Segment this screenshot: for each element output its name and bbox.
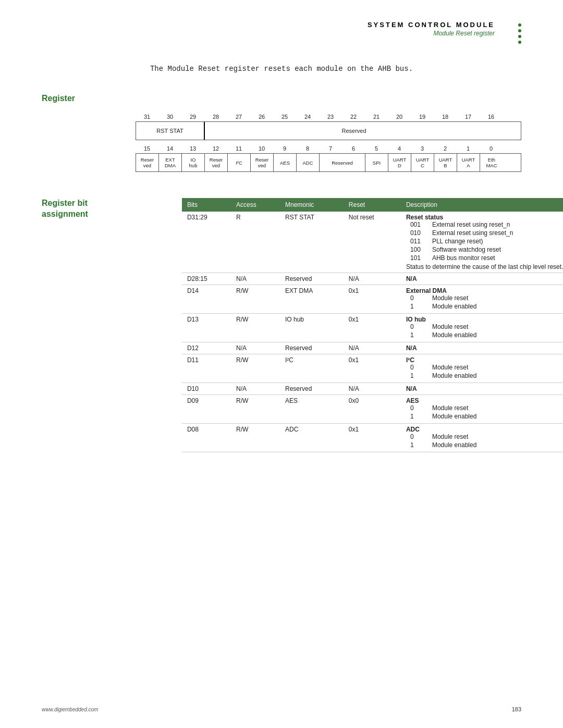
- desc-item: 0Module reset: [406, 364, 563, 371]
- cell-description: AES0Module reset1Module enabled: [401, 395, 563, 424]
- intro-text: The Module Reset register resets each mo…: [42, 65, 521, 73]
- cell-mnemonic: AES: [280, 395, 344, 424]
- cell-mnemonic: Reserved: [280, 273, 344, 285]
- desc-text: AHB bus monitor reset: [432, 254, 495, 262]
- desc-title: N/A: [406, 344, 563, 352]
- desc-text: External reset using reset_n: [432, 221, 510, 228]
- cell-description: ADC0Module reset1Module enabled: [401, 424, 563, 452]
- upper-register-row: RST STAT Reserved: [136, 121, 521, 140]
- desc-code: 1: [410, 372, 426, 379]
- cell-description: N/A: [401, 342, 563, 354]
- table-row: D14R/WEXT DMA0x1External DMA0Module rese…: [182, 285, 563, 314]
- desc-item: 101AHB bus monitor reset: [406, 254, 563, 262]
- cell-bits: D13: [182, 314, 231, 342]
- cell-reset: N/A: [344, 383, 401, 395]
- desc-text: Module reset: [432, 323, 468, 330]
- cell-reserved-10: Reserved: [251, 154, 274, 171]
- desc-code: 1: [410, 331, 426, 339]
- cell-reset: 0x1: [344, 424, 401, 452]
- dot-2: [518, 29, 521, 32]
- table-row: D10N/AReservedN/AN/A: [182, 383, 563, 395]
- col-description: Description: [401, 198, 563, 212]
- desc-code: 1: [410, 303, 426, 310]
- header-title: SYSTEM CONTROL MODULE: [368, 21, 495, 29]
- col-mnemonic: Mnemonic: [280, 198, 344, 212]
- cell-mnemonic: Reserved: [280, 342, 344, 354]
- cell-reset: 0x1: [344, 354, 401, 383]
- rst-stat-cell: RST STAT: [136, 122, 205, 140]
- dot-3: [518, 35, 521, 38]
- desc-code: 1: [410, 413, 426, 420]
- table-row: D28:15N/AReservedN/AN/A: [182, 273, 563, 285]
- bit-assignment-table: Bits Access Mnemonic Reset Description D…: [182, 198, 563, 452]
- header-subtitle: Module Reset register: [368, 30, 495, 37]
- upper-bit-numbers: 31 30 29 28 27 26 25 24 23 22 21 20 19 1…: [136, 114, 521, 120]
- cell-mnemonic: ADC: [280, 424, 344, 452]
- cell-adc: ADC: [297, 154, 320, 171]
- cell-mnemonic: IO hub: [280, 314, 344, 342]
- desc-item: 0Module reset: [406, 433, 563, 440]
- desc-text: Module reset: [432, 404, 468, 412]
- desc-text: PLL change reset): [432, 238, 483, 245]
- desc-title: ADC: [406, 426, 563, 433]
- desc-item: 1Module enabled: [406, 441, 563, 449]
- reg-bit-title: Register bit assignment: [42, 198, 88, 220]
- desc-item: 0Module reset: [406, 323, 563, 330]
- table-row: D11R/WI²C0x1I²C0Module reset1Module enab…: [182, 354, 563, 383]
- desc-text: Module reset: [432, 294, 468, 302]
- cell-access: R: [231, 212, 280, 273]
- desc-item: 011PLL change reset): [406, 238, 563, 245]
- dot-4: [518, 41, 521, 44]
- desc-text: Module enabled: [432, 441, 476, 449]
- desc-code: 0: [410, 364, 426, 371]
- desc-code: 0: [410, 433, 426, 440]
- desc-code: 010: [410, 229, 426, 237]
- cell-bits: D11: [182, 354, 231, 383]
- desc-title: External DMA: [406, 287, 563, 294]
- cell-uart-d: UARTD: [388, 154, 411, 171]
- desc-code: 0: [410, 294, 426, 302]
- cell-bits: D28:15: [182, 273, 231, 285]
- cell-mnemonic: RST STAT: [280, 212, 344, 273]
- table-row: D09R/WAES0x0AES0Module reset1Module enab…: [182, 395, 563, 424]
- desc-item: 001External reset using reset_n: [406, 221, 563, 228]
- register-visual: 31 30 29 28 27 26 25 24 23 22 21 20 19 1…: [136, 114, 521, 172]
- bit-table-container: Bits Access Mnemonic Reset Description D…: [88, 198, 563, 452]
- cell-reset: 0x1: [344, 285, 401, 314]
- cell-i2c: I²C: [228, 154, 251, 171]
- cell-reserved-7-6: Reserved: [320, 154, 365, 171]
- col-bits: Bits: [182, 198, 231, 212]
- desc-text: Software watchdog reset: [432, 246, 501, 253]
- dot-1: [518, 23, 521, 27]
- cell-ext-dma: EXTDMA: [159, 154, 182, 171]
- cell-uart-a: UARTA: [457, 154, 480, 171]
- desc-title: N/A: [406, 385, 563, 392]
- col-reset: Reset: [344, 198, 401, 212]
- cell-access: N/A: [231, 342, 280, 354]
- cell-access: R/W: [231, 424, 280, 452]
- cell-mnemonic: EXT DMA: [280, 285, 344, 314]
- register-section-title: Register: [42, 94, 521, 103]
- desc-code: 1: [410, 441, 426, 449]
- desc-code: 0: [410, 323, 426, 330]
- table-row: D12N/AReservedN/AN/A: [182, 342, 563, 354]
- desc-text: Module enabled: [432, 303, 476, 310]
- cell-aes: AES: [274, 154, 297, 171]
- cell-description: External DMA0Module reset1Module enabled: [401, 285, 563, 314]
- desc-text: Module enabled: [432, 331, 476, 339]
- cell-access: R/W: [231, 285, 280, 314]
- cell-bits: D10: [182, 383, 231, 395]
- desc-text: Module enabled: [432, 413, 476, 420]
- desc-title: N/A: [406, 275, 563, 282]
- lower-register-row: Reserved EXTDMA IOhub Reserved I²C Reser…: [136, 153, 521, 172]
- cell-reserved-12: Reserved: [205, 154, 228, 171]
- cell-reset: Not reset: [344, 212, 401, 273]
- footer-page: 183: [512, 706, 521, 712]
- table-header-row: Bits Access Mnemonic Reset Description: [182, 198, 563, 212]
- desc-note: Status to determine the cause of the las…: [406, 263, 563, 270]
- desc-item: 1Module enabled: [406, 372, 563, 379]
- footer-url: www.digiembedded.com: [42, 707, 98, 712]
- desc-item: 0Module reset: [406, 294, 563, 302]
- cell-uart-b: UARTB: [434, 154, 457, 171]
- section-label-container: Register bit assignment: [42, 198, 88, 220]
